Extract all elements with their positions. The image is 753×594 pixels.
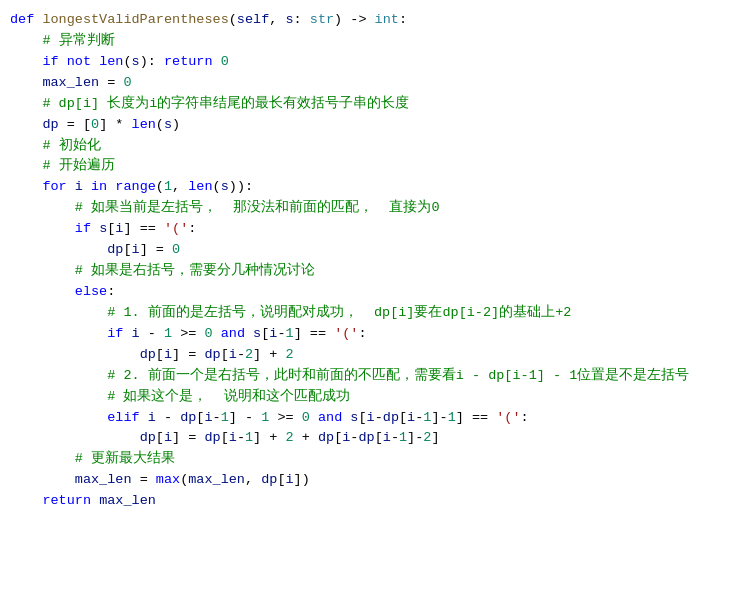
code-token: >= xyxy=(172,324,204,345)
code-token: 0 xyxy=(302,408,310,429)
code-token: return xyxy=(42,491,99,512)
code-token: def xyxy=(10,10,42,31)
code-token: : xyxy=(294,10,310,31)
code-token: len xyxy=(99,52,123,73)
code-token: ( xyxy=(156,177,164,198)
code-token: # 如果是右括号，需要分几种情况讨论 xyxy=(75,261,315,282)
code-token: i xyxy=(342,428,350,449)
code-token: = xyxy=(99,73,123,94)
code-token: , xyxy=(245,470,261,491)
code-line: # 2. 前面一个是右括号，此时和前面的不匹配，需要看i - dp[i-1] -… xyxy=(0,366,753,387)
code-line: return max_len xyxy=(0,491,753,512)
code-token: # 2. 前面一个是右括号，此时和前面的不匹配，需要看i - dp[i-1] -… xyxy=(107,366,689,387)
code-token: - xyxy=(156,408,180,429)
code-token: '(' xyxy=(334,324,358,345)
code-token: for xyxy=(42,177,74,198)
code-token: [ xyxy=(123,240,131,261)
code-token: ) -> xyxy=(334,10,375,31)
code-token: # 更新最大结果 xyxy=(75,449,175,470)
code-token: self xyxy=(237,10,269,31)
code-token: len xyxy=(188,177,212,198)
indent xyxy=(10,449,75,470)
code-token: 2 xyxy=(286,428,294,449)
code-line: # 如果是右括号，需要分几种情况讨论 xyxy=(0,261,753,282)
indent xyxy=(10,115,42,136)
indent xyxy=(10,387,107,408)
code-token: ] = xyxy=(140,240,172,261)
code-token: ] xyxy=(431,428,439,449)
code-token: # 如果这个是， 说明和这个匹配成功 xyxy=(107,387,349,408)
code-token: + xyxy=(294,428,318,449)
indent xyxy=(10,491,42,512)
code-token: - xyxy=(415,408,423,429)
code-token: i xyxy=(367,408,375,429)
code-token: : xyxy=(399,10,407,31)
code-token: 1 xyxy=(423,408,431,429)
code-token: [ xyxy=(261,324,269,345)
indent xyxy=(10,73,42,94)
indent xyxy=(10,428,140,449)
indent xyxy=(10,156,42,177)
code-token: i xyxy=(407,408,415,429)
code-token: 1 xyxy=(245,428,253,449)
code-line: def longestValidParentheses(self, s: str… xyxy=(0,10,753,31)
indent xyxy=(10,282,75,303)
code-line: # 1. 前面的是左括号，说明配对成功， dp[i]要在dp[i-2]的基础上+… xyxy=(0,303,753,324)
code-token: , xyxy=(269,10,285,31)
code-token: [ xyxy=(399,408,407,429)
code-token: [ xyxy=(221,428,229,449)
code-token: dp xyxy=(140,428,156,449)
code-token: not xyxy=(67,52,99,73)
code-token: s xyxy=(350,408,358,429)
code-token: ]- xyxy=(431,408,447,429)
indent xyxy=(10,240,107,261)
code-token: - xyxy=(375,408,383,429)
code-token: = [ xyxy=(59,115,91,136)
code-token: i xyxy=(286,470,294,491)
code-token: ] == xyxy=(294,324,335,345)
indent xyxy=(10,345,140,366)
code-token: i xyxy=(164,428,172,449)
code-line: # 如果当前是左括号， 那没法和前面的匹配， 直接为0 xyxy=(0,198,753,219)
code-token: ]) xyxy=(294,470,310,491)
code-token: dp xyxy=(107,240,123,261)
indent xyxy=(10,408,107,429)
code-token: [ xyxy=(221,345,229,366)
code-token: int xyxy=(375,10,399,31)
code-token: dp xyxy=(261,470,277,491)
code-token: and xyxy=(213,324,254,345)
code-token: and xyxy=(310,408,351,429)
code-token: ] * xyxy=(99,115,131,136)
code-token: ] == xyxy=(123,219,164,240)
code-line: # 如果这个是， 说明和这个匹配成功 xyxy=(0,387,753,408)
code-token: - xyxy=(213,408,221,429)
code-token: dp xyxy=(383,408,399,429)
code-token: : xyxy=(358,324,366,345)
code-token: 1 xyxy=(448,408,456,429)
code-token: s xyxy=(253,324,261,345)
code-token: dp xyxy=(42,115,58,136)
code-token: i xyxy=(164,345,172,366)
code-token: 2 xyxy=(286,345,294,366)
code-token: if xyxy=(42,52,66,73)
code-token: 0 xyxy=(123,73,131,94)
code-token: 1 xyxy=(164,177,172,198)
indent xyxy=(10,470,75,491)
code-line: dp = [0] * len(s) xyxy=(0,115,753,136)
code-token: # 如果当前是左括号， 那没法和前面的匹配， 直接为0 xyxy=(75,198,440,219)
code-line: dp[i] = 0 xyxy=(0,240,753,261)
code-token: ): xyxy=(140,52,164,73)
code-token: i xyxy=(229,428,237,449)
code-token: len xyxy=(132,115,156,136)
code-token: # dp[i] 长度为i的字符串结尾的最长有效括号子串的长度 xyxy=(42,94,409,115)
code-token: : xyxy=(107,282,115,303)
code-token: s xyxy=(99,219,107,240)
code-token: - xyxy=(140,324,164,345)
code-token: range xyxy=(115,177,156,198)
code-token: i xyxy=(132,240,140,261)
indent xyxy=(10,219,75,240)
code-token: ] - xyxy=(229,408,261,429)
code-token: max xyxy=(156,470,180,491)
code-token: [ xyxy=(375,428,383,449)
indent xyxy=(10,261,75,282)
